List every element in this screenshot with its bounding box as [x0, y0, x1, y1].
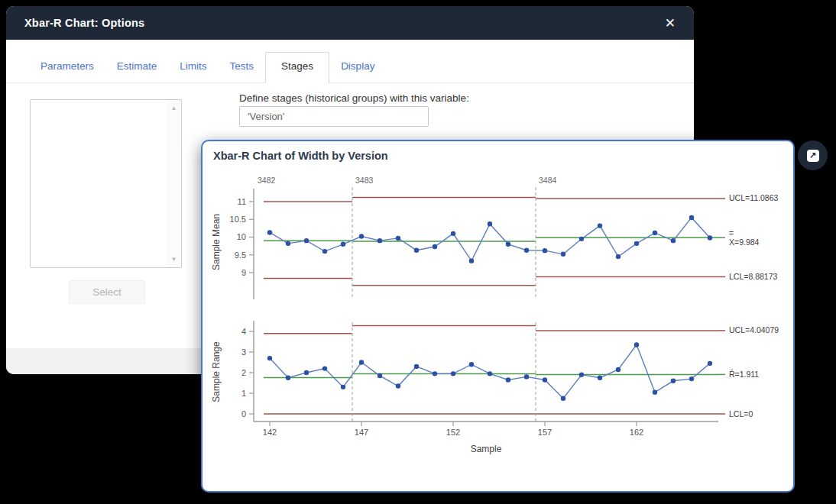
- data-point: [341, 385, 345, 389]
- data-point: [377, 373, 382, 378]
- data-point: [433, 244, 437, 249]
- tab-limits[interactable]: Limits: [168, 53, 218, 82]
- data-point: [689, 376, 694, 381]
- data-point: [488, 371, 492, 376]
- data-point: [671, 238, 676, 243]
- y-tick-label: 10.5: [230, 215, 246, 224]
- data-point: [359, 234, 364, 238]
- y-tick-label: 9: [241, 268, 246, 277]
- data-point: [341, 242, 345, 247]
- data-point: [414, 364, 419, 369]
- screen: Xbar-R Chart: Options ✕ Parameters Estim…: [0, 0, 836, 504]
- data-point: [286, 376, 290, 380]
- x-tick-label: 152: [446, 428, 460, 437]
- data-point: [543, 377, 547, 382]
- data-point: [267, 356, 272, 360]
- x-tick-label: 147: [355, 428, 368, 437]
- y-tick-label: 1: [241, 389, 246, 398]
- tab-display[interactable]: Display: [329, 53, 386, 82]
- data-point: [322, 366, 327, 370]
- listbox-scrollbar[interactable]: ▲ ▼: [167, 101, 180, 267]
- data-point: [286, 241, 290, 246]
- data-point: [396, 383, 400, 388]
- chart-window: Xbar-R Chart of Width by Version 99.5101…: [201, 140, 795, 493]
- data-point: [561, 252, 565, 257]
- x-axis-title: Sample: [471, 444, 502, 454]
- data-point: [653, 231, 657, 235]
- center-label: R̄=1.911: [729, 370, 759, 379]
- ucl-label: UCL=4.04079: [729, 325, 779, 334]
- tab-tests[interactable]: Tests: [219, 53, 266, 82]
- data-point: [433, 371, 437, 376]
- y-tick-label: 4: [241, 327, 246, 336]
- y-tick-label: 2: [241, 368, 246, 377]
- data-point: [304, 238, 309, 243]
- dialog-title: Xbar-R Chart: Options: [24, 17, 144, 29]
- scroll-up-icon[interactable]: ▲: [171, 101, 177, 115]
- x-tick-label: 162: [630, 428, 643, 437]
- data-point: [469, 258, 474, 263]
- variables-listbox[interactable]: ▲ ▼: [30, 99, 182, 268]
- close-icon[interactable]: ✕: [660, 14, 680, 33]
- data-point: [598, 223, 602, 228]
- data-point: [377, 238, 382, 243]
- data-point: [598, 376, 602, 380]
- tab-parameters[interactable]: Parameters: [29, 53, 105, 82]
- center-label: =: [729, 228, 734, 237]
- data-point: [671, 379, 676, 383]
- stage-variable-input[interactable]: [239, 106, 429, 127]
- data-point: [506, 242, 510, 247]
- data-point: [414, 248, 419, 253]
- tab-stages[interactable]: Stages: [265, 52, 329, 83]
- data-point: [616, 254, 621, 259]
- open-in-new-button[interactable]: ↗: [798, 141, 828, 170]
- data-point: [708, 361, 712, 366]
- data-point: [689, 215, 694, 220]
- data-point: [579, 237, 584, 241]
- open-in-new-icon: ↗: [807, 150, 819, 162]
- lcl-label: LCL=0: [729, 409, 753, 418]
- scroll-down-icon[interactable]: ▼: [171, 252, 177, 267]
- y-tick-label: 11: [238, 197, 246, 206]
- data-point: [506, 377, 510, 382]
- data-point: [524, 248, 529, 253]
- xbar-r-chart: 99.51010.511Sample Mean348234833484UCL=1…: [203, 141, 792, 490]
- data-point: [634, 241, 639, 246]
- data-point: [451, 371, 455, 376]
- y-tick-label: 3: [241, 347, 246, 357]
- y-axis-title: Sample Mean: [211, 214, 222, 270]
- stage-label: 3482: [258, 176, 276, 185]
- data-point: [579, 373, 584, 377]
- data-point: [653, 389, 657, 394]
- stage-label: 3484: [539, 176, 557, 185]
- tab-estimate[interactable]: Estimate: [105, 53, 169, 82]
- data-point: [561, 396, 565, 401]
- stage-label: 3483: [355, 176, 374, 185]
- data-point: [524, 374, 529, 379]
- x-tick-label: 142: [263, 428, 277, 437]
- data-point: [543, 248, 547, 253]
- select-button[interactable]: Select: [69, 280, 145, 304]
- ucl-label: UCL=11.0863: [729, 193, 778, 202]
- data-point: [634, 342, 639, 347]
- data-point: [359, 360, 364, 364]
- define-stages-label: Define stages (historical groups) with t…: [239, 92, 469, 104]
- tab-bar: Parameters Estimate Limits Tests Stages …: [6, 40, 694, 83]
- data-point: [451, 231, 455, 236]
- chart-window-title: Xbar-R Chart of Width by Version: [213, 150, 388, 162]
- data-point: [396, 236, 400, 241]
- data-point: [708, 235, 712, 240]
- y-tick-label: 9.5: [235, 250, 246, 260]
- data-point: [267, 230, 272, 234]
- center-label: X=9.984: [729, 237, 760, 247]
- data-point: [616, 367, 621, 372]
- y-tick-label: 10: [237, 232, 246, 241]
- data-point: [322, 249, 327, 254]
- data-point: [469, 362, 474, 367]
- data-point: [488, 221, 492, 226]
- dialog-titlebar: Xbar-R Chart: Options ✕: [6, 6, 694, 40]
- y-axis-title: Sample Range: [211, 341, 222, 402]
- y-tick-label: 0: [241, 409, 246, 418]
- lcl-label: LCL=8.88173: [729, 272, 778, 281]
- x-tick-label: 157: [538, 428, 552, 437]
